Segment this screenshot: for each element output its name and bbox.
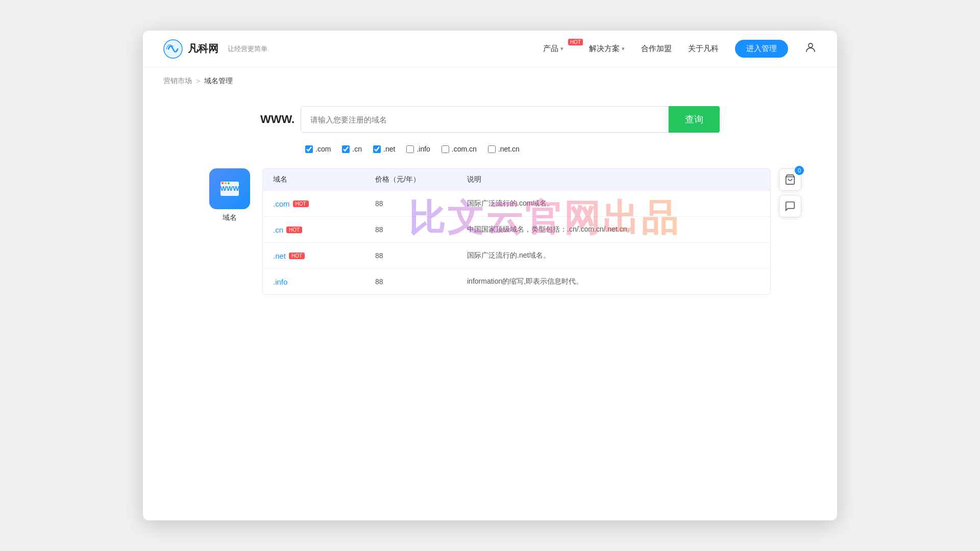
table-row: .com HOT 88 国际广泛流行的.com域名。	[263, 190, 770, 216]
svg-point-1	[808, 43, 813, 47]
checkbox-comcn-label: .com.cn	[452, 145, 477, 153]
price-com: 88	[375, 199, 467, 208]
table-row: .cn HOT 88 中国国家顶级域名，类型包括：.cn/.com.cn/.ne…	[263, 216, 770, 242]
checkbox-comcn[interactable]: .com.cn	[442, 145, 477, 153]
checkbox-comcn-input[interactable]	[442, 145, 449, 153]
svg-point-6	[228, 182, 230, 184]
desc-net: 国际广泛流行的.net域名。	[467, 251, 760, 260]
breadcrumb-separator: >	[196, 77, 200, 85]
chat-icon	[785, 201, 796, 212]
chevron-down-icon: ▾	[560, 45, 564, 52]
table-row: .net HOT 88 国际广泛流行的.net域名。	[263, 242, 770, 268]
price-net: 88	[375, 252, 467, 260]
nav-about-label: 关于凡科	[688, 44, 719, 54]
checkbox-cn-input[interactable]	[342, 145, 350, 153]
checkbox-netcn-label: .net.cn	[498, 145, 520, 153]
breadcrumb-current: 域名管理	[204, 77, 233, 86]
table-header: 域名 价格（元/年） 说明	[263, 169, 770, 190]
checkbox-info-input[interactable]	[406, 145, 414, 153]
cart-icon	[785, 174, 796, 185]
checkbox-cn-label: .cn	[352, 145, 362, 153]
breadcrumb-market[interactable]: 营销市场	[163, 77, 192, 86]
www-label: WWW.	[260, 113, 295, 126]
table-row: .info 88 information的缩写,即表示信息时代。	[263, 268, 770, 294]
checkbox-area: .com .cn .net .info .com.cn .net.cn	[260, 145, 720, 153]
checkbox-net-label: .net	[383, 145, 395, 153]
nav-products-label: 产品	[543, 44, 558, 54]
desc-cn: 中国国家顶级域名，类型包括：.cn/.com.cn/.net.cn。	[467, 225, 760, 234]
domain-cn-link[interactable]: .cn HOT	[273, 226, 375, 234]
header: 凡科网 让经营更简单 产品 ▾ HOT 解决方案 ▾ 合作加盟 关于凡科 进入管…	[143, 31, 837, 67]
hot-tag-com: HOT	[293, 201, 309, 207]
col-desc: 说明	[467, 175, 760, 184]
desc-com: 国际广泛流行的.com域名。	[467, 199, 760, 208]
hot-badge: HOT	[568, 39, 583, 45]
domain-search-input[interactable]	[301, 106, 669, 133]
checkbox-netcn[interactable]: .net.cn	[488, 145, 520, 153]
hot-tag-cn: HOT	[286, 227, 302, 233]
sidebar-icon-area: WWW 域名	[209, 168, 250, 295]
checkbox-net[interactable]: .net	[373, 145, 395, 153]
admin-button[interactable]: 进入管理	[735, 40, 788, 58]
col-price: 价格（元/年）	[375, 175, 467, 184]
chat-button[interactable]	[779, 195, 801, 217]
nav-partners-label: 合作加盟	[641, 44, 672, 54]
svg-text:WWW: WWW	[220, 185, 240, 192]
cart-badge: 0	[795, 166, 804, 175]
domain-net-link[interactable]: .net HOT	[273, 252, 375, 260]
logo-area: 凡科网 让经营更简单	[163, 39, 267, 59]
col-domain: 域名	[273, 175, 375, 184]
checkbox-com[interactable]: .com	[305, 145, 331, 153]
checkbox-netcn-input[interactable]	[488, 145, 496, 153]
main-nav: 产品 ▾ HOT 解决方案 ▾ 合作加盟 关于凡科 进入管理	[543, 40, 817, 58]
search-button[interactable]: 查询	[669, 106, 720, 133]
checkbox-info-label: .info	[416, 145, 430, 153]
checkbox-cn[interactable]: .cn	[342, 145, 362, 153]
nav-partners[interactable]: 合作加盟	[641, 44, 672, 54]
logo-icon	[163, 39, 183, 59]
search-area: WWW. 查询	[260, 106, 720, 133]
domain-table: 域名 价格（元/年） 说明 .com HOT 88 国际广泛流行的.com域名。	[262, 168, 771, 295]
nav-products[interactable]: 产品 ▾ HOT	[543, 44, 573, 54]
domain-info-link[interactable]: .info	[273, 278, 375, 286]
checkbox-info[interactable]: .info	[406, 145, 430, 153]
domain-icon-label: 域名	[223, 213, 237, 222]
domain-com-link[interactable]: .com HOT	[273, 199, 375, 208]
logo-slogan: 让经营更简单	[228, 44, 267, 54]
cart-button[interactable]: 0	[779, 168, 801, 191]
nav-solutions-label: 解决方案	[589, 44, 620, 54]
checkbox-com-label: .com	[315, 145, 331, 153]
domain-icon[interactable]: WWW	[209, 168, 250, 209]
price-cn: 88	[375, 226, 467, 234]
content-row: 比文云官网出品 WWW 域名 域名	[209, 168, 771, 295]
www-icon: WWW	[217, 177, 242, 201]
user-icon[interactable]	[804, 41, 817, 57]
desc-info: information的缩写,即表示信息时代。	[467, 277, 760, 286]
checkbox-com-input[interactable]	[305, 145, 313, 153]
nav-about[interactable]: 关于凡科	[688, 44, 719, 54]
float-right-area: 0	[779, 168, 801, 217]
nav-solutions[interactable]: 解决方案 ▾	[589, 44, 625, 54]
chevron-down-icon-2: ▾	[622, 45, 625, 52]
hot-tag-net: HOT	[289, 253, 305, 259]
logo-text: 凡科网	[188, 42, 218, 56]
main-content: WWW. 查询 .com .cn .net .info	[143, 91, 837, 315]
price-info: 88	[375, 278, 467, 286]
svg-point-5	[225, 182, 227, 184]
breadcrumb: 营销市场 > 域名管理	[143, 67, 837, 91]
svg-point-4	[222, 182, 224, 184]
checkbox-net-input[interactable]	[373, 145, 381, 153]
